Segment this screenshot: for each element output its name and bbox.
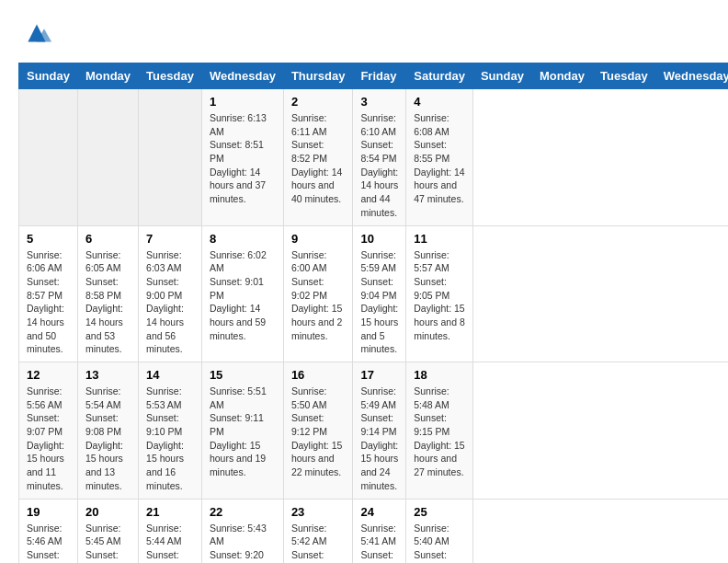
- day-cell: 24Sunrise: 5:41 AM Sunset: 9:22 PM Dayli…: [353, 499, 406, 563]
- column-header-monday: Monday: [77, 63, 138, 89]
- column-header-tuesday: Tuesday: [593, 63, 656, 89]
- day-number: 5: [27, 232, 70, 246]
- day-cell: 7Sunrise: 6:03 AM Sunset: 9:00 PM Daylig…: [139, 225, 202, 362]
- day-cell: 22Sunrise: 5:43 AM Sunset: 9:20 PM Dayli…: [201, 499, 283, 563]
- day-info: Sunrise: 5:45 AM Sunset: 9:18 PM Dayligh…: [85, 522, 131, 564]
- day-cell: [19, 89, 78, 226]
- day-cell: 11Sunrise: 5:57 AM Sunset: 9:05 PM Dayli…: [406, 225, 473, 362]
- column-header-wednesday: Wednesday: [201, 63, 283, 89]
- day-cell: 17Sunrise: 5:49 AM Sunset: 9:14 PM Dayli…: [353, 362, 406, 500]
- day-info: Sunrise: 5:46 AM Sunset: 9:16 PM Dayligh…: [27, 522, 70, 564]
- day-info: Sunrise: 6:05 AM Sunset: 8:58 PM Dayligh…: [85, 248, 131, 357]
- calendar-table: SundayMondayTuesdayWednesdayThursdayFrid…: [18, 63, 728, 563]
- day-number: 7: [146, 232, 194, 246]
- logo-icon: [22, 18, 51, 48]
- day-number: 20: [85, 505, 131, 519]
- week-row-2: 5Sunrise: 6:06 AM Sunset: 8:57 PM Daylig…: [19, 225, 729, 362]
- logo: [18, 18, 51, 48]
- day-cell: 16Sunrise: 5:50 AM Sunset: 9:12 PM Dayli…: [283, 362, 353, 500]
- day-info: Sunrise: 5:57 AM Sunset: 9:05 PM Dayligh…: [414, 248, 465, 343]
- day-info: Sunrise: 5:48 AM Sunset: 9:15 PM Dayligh…: [414, 385, 465, 479]
- day-number: 6: [85, 232, 131, 246]
- day-number: 14: [146, 368, 194, 382]
- day-cell: 3Sunrise: 6:10 AM Sunset: 8:54 PM Daylig…: [353, 89, 406, 226]
- day-number: 13: [85, 368, 131, 382]
- day-number: 4: [414, 95, 465, 109]
- day-info: Sunrise: 5:43 AM Sunset: 9:20 PM Dayligh…: [210, 522, 276, 564]
- column-header-wednesday: Wednesday: [655, 63, 728, 89]
- day-info: Sunrise: 5:41 AM Sunset: 9:22 PM Dayligh…: [360, 522, 398, 564]
- day-number: 24: [360, 505, 398, 519]
- day-info: Sunrise: 5:59 AM Sunset: 9:04 PM Dayligh…: [360, 248, 398, 357]
- day-info: Sunrise: 6:13 AM Sunset: 8:51 PM Dayligh…: [210, 111, 276, 206]
- day-number: 15: [210, 368, 276, 382]
- day-info: Sunrise: 5:54 AM Sunset: 9:08 PM Dayligh…: [85, 385, 131, 493]
- day-number: 25: [414, 505, 465, 519]
- day-number: 8: [210, 232, 276, 246]
- day-number: 22: [210, 505, 276, 519]
- day-number: 1: [210, 95, 276, 109]
- day-cell: 2Sunrise: 6:11 AM Sunset: 8:52 PM Daylig…: [283, 89, 353, 226]
- day-cell: [139, 89, 202, 226]
- day-number: 23: [291, 505, 346, 519]
- day-number: 19: [27, 505, 70, 519]
- day-cell: 13Sunrise: 5:54 AM Sunset: 9:08 PM Dayli…: [77, 362, 138, 500]
- week-row-1: 1Sunrise: 6:13 AM Sunset: 8:51 PM Daylig…: [19, 89, 729, 226]
- calendar-header-row: SundayMondayTuesdayWednesdayThursdayFrid…: [19, 63, 729, 89]
- day-info: Sunrise: 6:10 AM Sunset: 8:54 PM Dayligh…: [360, 111, 398, 220]
- day-info: Sunrise: 5:40 AM Sunset: 9:24 PM Dayligh…: [414, 522, 465, 564]
- day-cell: 1Sunrise: 6:13 AM Sunset: 8:51 PM Daylig…: [201, 89, 283, 226]
- day-cell: 19Sunrise: 5:46 AM Sunset: 9:16 PM Dayli…: [19, 499, 78, 563]
- column-header-saturday: Saturday: [406, 63, 473, 89]
- day-cell: 5Sunrise: 6:06 AM Sunset: 8:57 PM Daylig…: [19, 225, 78, 362]
- day-cell: 20Sunrise: 5:45 AM Sunset: 9:18 PM Dayli…: [77, 499, 138, 563]
- day-info: Sunrise: 5:42 AM Sunset: 9:21 PM Dayligh…: [291, 522, 346, 564]
- column-header-monday: Monday: [531, 63, 592, 89]
- day-cell: 14Sunrise: 5:53 AM Sunset: 9:10 PM Dayli…: [139, 362, 202, 500]
- day-info: Sunrise: 6:08 AM Sunset: 8:55 PM Dayligh…: [414, 111, 465, 206]
- day-number: 10: [360, 232, 398, 246]
- day-info: Sunrise: 5:56 AM Sunset: 9:07 PM Dayligh…: [27, 385, 70, 493]
- day-cell: 15Sunrise: 5:51 AM Sunset: 9:11 PM Dayli…: [201, 362, 283, 500]
- day-cell: [77, 89, 138, 226]
- day-info: Sunrise: 6:06 AM Sunset: 8:57 PM Dayligh…: [27, 248, 70, 357]
- day-info: Sunrise: 5:51 AM Sunset: 9:11 PM Dayligh…: [210, 385, 276, 479]
- day-cell: 12Sunrise: 5:56 AM Sunset: 9:07 PM Dayli…: [19, 362, 78, 500]
- page-header: [18, 18, 710, 48]
- day-number: 21: [146, 505, 194, 519]
- day-cell: 18Sunrise: 5:48 AM Sunset: 9:15 PM Dayli…: [406, 362, 473, 500]
- day-info: Sunrise: 5:53 AM Sunset: 9:10 PM Dayligh…: [146, 385, 194, 493]
- day-number: 3: [360, 95, 398, 109]
- day-number: 11: [414, 232, 465, 246]
- column-header-friday: Friday: [353, 63, 406, 89]
- day-info: Sunrise: 5:49 AM Sunset: 9:14 PM Dayligh…: [360, 385, 398, 493]
- day-info: Sunrise: 5:50 AM Sunset: 9:12 PM Dayligh…: [291, 385, 346, 479]
- day-cell: 25Sunrise: 5:40 AM Sunset: 9:24 PM Dayli…: [406, 499, 473, 563]
- column-header-sunday: Sunday: [19, 63, 78, 89]
- column-header-tuesday: Tuesday: [139, 63, 202, 89]
- day-cell: 10Sunrise: 5:59 AM Sunset: 9:04 PM Dayli…: [353, 225, 406, 362]
- day-cell: 21Sunrise: 5:44 AM Sunset: 9:19 PM Dayli…: [139, 499, 202, 563]
- day-number: 12: [27, 368, 70, 382]
- week-row-4: 19Sunrise: 5:46 AM Sunset: 9:16 PM Dayli…: [19, 499, 729, 563]
- week-row-3: 12Sunrise: 5:56 AM Sunset: 9:07 PM Dayli…: [19, 362, 729, 500]
- day-cell: 8Sunrise: 6:02 AM Sunset: 9:01 PM Daylig…: [201, 225, 283, 362]
- day-cell: 4Sunrise: 6:08 AM Sunset: 8:55 PM Daylig…: [406, 89, 473, 226]
- column-header-sunday: Sunday: [472, 63, 531, 89]
- day-cell: 6Sunrise: 6:05 AM Sunset: 8:58 PM Daylig…: [77, 225, 138, 362]
- day-cell: 9Sunrise: 6:00 AM Sunset: 9:02 PM Daylig…: [283, 225, 353, 362]
- day-info: Sunrise: 6:02 AM Sunset: 9:01 PM Dayligh…: [210, 248, 276, 343]
- day-number: 9: [291, 232, 346, 246]
- day-number: 17: [360, 368, 398, 382]
- day-info: Sunrise: 6:00 AM Sunset: 9:02 PM Dayligh…: [291, 248, 346, 343]
- day-number: 16: [291, 368, 346, 382]
- day-info: Sunrise: 5:44 AM Sunset: 9:19 PM Dayligh…: [146, 522, 194, 564]
- day-info: Sunrise: 6:03 AM Sunset: 9:00 PM Dayligh…: [146, 248, 194, 357]
- day-number: 2: [291, 95, 346, 109]
- day-info: Sunrise: 6:11 AM Sunset: 8:52 PM Dayligh…: [291, 111, 346, 206]
- column-header-thursday: Thursday: [283, 63, 353, 89]
- day-number: 18: [414, 368, 465, 382]
- day-cell: 23Sunrise: 5:42 AM Sunset: 9:21 PM Dayli…: [283, 499, 353, 563]
